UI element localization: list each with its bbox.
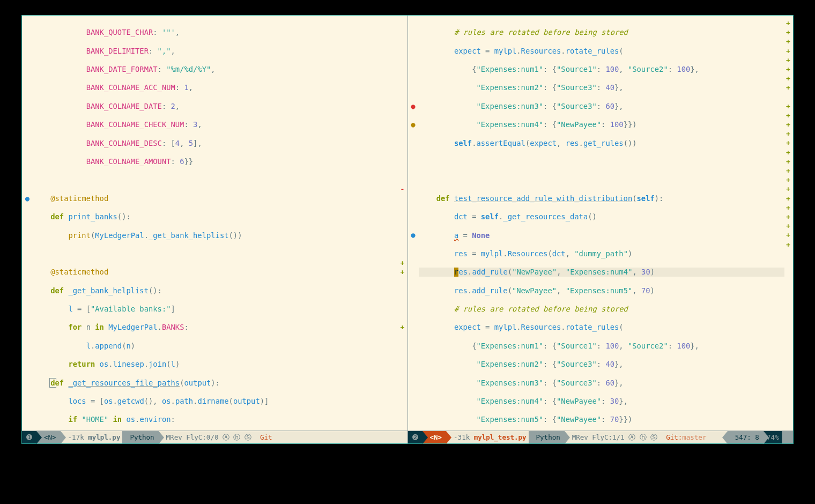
buffer-info[interactable]: - 31k mylpl_test.py (446, 431, 530, 443)
diff-removed-marker: - (399, 184, 406, 194)
left-code-area[interactable]: BANK_QUOTE_CHAR: '"', BANK_DELIMITER: ",… (33, 16, 399, 431)
diff-added-marker: + (399, 258, 406, 268)
fn-get-resources-file-paths: _get_resources_file_paths (68, 379, 180, 387)
modeline-left[interactable]: ➊ <N> - 17k mylpl.py Python MRev FlyC:0/… (22, 431, 408, 443)
error-marker[interactable]: ● (408, 102, 419, 111)
minor-modes[interactable]: MRev FlyC:1/1 Ⓐ ⓗ Ⓢ (565, 431, 662, 443)
split-panes: ● BANK_QUOTE_CHAR: '"', BANK_DELIMITER: … (22, 16, 793, 431)
vcs-info[interactable]: Git:master (662, 431, 710, 443)
window-number: ➋ (408, 431, 423, 443)
decorator: @staticmethod (50, 194, 108, 203)
right-code-area[interactable]: # rules are rotated before being stored … (419, 16, 785, 431)
right-fringe: ● ● ● (408, 16, 419, 431)
left-fringe: ● (22, 16, 33, 431)
left-right-fringe: - + + + (399, 16, 408, 431)
scroll-indicator[interactable] (782, 431, 793, 443)
modeline-row: ➊ <N> - 17k mylpl.py Python MRev FlyC:0/… (22, 431, 793, 443)
major-mode[interactable]: Python (529, 431, 565, 443)
fn-test-add-rule-dist: test_resource_add_rule_with_distribution (454, 194, 632, 203)
right-right-fringe: ++++ ++++ ++++ ++++ ++++ ++++ (784, 16, 793, 431)
major-mode[interactable]: Python (122, 431, 158, 443)
position: 547: 8 (728, 431, 764, 443)
current-line-highlight: res.add_rule("NewPayee", "Expenses:num4"… (419, 268, 785, 277)
left-pane[interactable]: ● BANK_QUOTE_CHAR: '"', BANK_DELIMITER: … (22, 16, 408, 431)
vcs-info[interactable]: Git (256, 431, 277, 443)
warning-marker[interactable]: ● (408, 120, 419, 129)
fn-print-banks: print_banks (68, 212, 117, 221)
minor-modes[interactable]: MRev FlyC:0/0 Ⓐ ⓗ Ⓢ (159, 431, 256, 443)
window-number: ➊ (22, 431, 36, 443)
right-pane[interactable]: ● ● ● # rules are rotated before being s… (408, 16, 794, 431)
breakpoint-marker[interactable]: ● (408, 231, 419, 240)
emacs-frame: ● BANK_QUOTE_CHAR: '"', BANK_DELIMITER: … (21, 15, 794, 444)
buffer-info[interactable]: - 17k mylpl.py (61, 431, 125, 443)
fn-get-bank-helplist: _get_bank_helplist (68, 286, 149, 295)
modeline-right[interactable]: ➋ <N> - 31k mylpl_test.py Python MRev Fl… (408, 431, 794, 443)
breakpoint-marker[interactable]: ● (22, 194, 33, 203)
